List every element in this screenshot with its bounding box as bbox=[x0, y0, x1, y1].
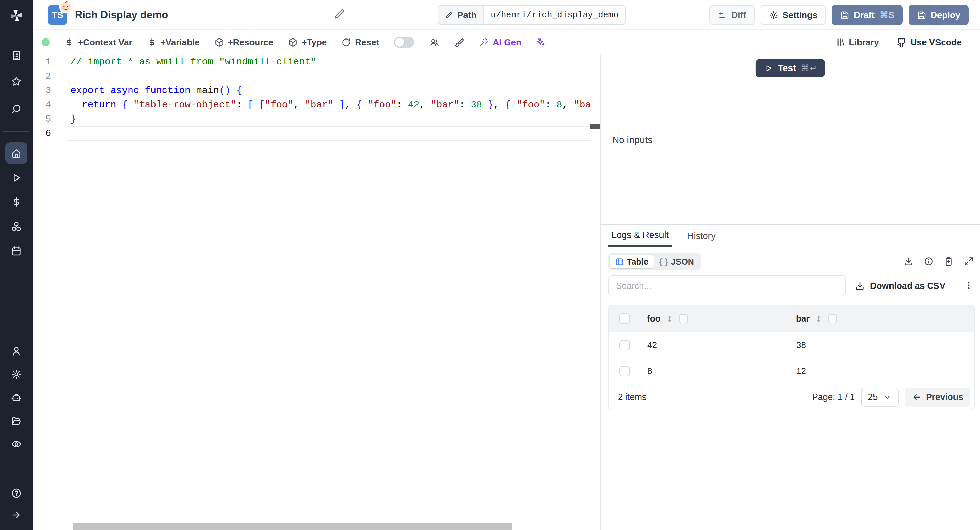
sidebar-item-settings[interactable] bbox=[5, 364, 27, 385]
search-input[interactable] bbox=[608, 275, 846, 296]
multiplayer-toggle[interactable] bbox=[394, 37, 414, 48]
sort-arrows-icon[interactable] bbox=[814, 314, 823, 323]
settings-button[interactable]: Settings bbox=[760, 5, 826, 25]
package-icon bbox=[215, 38, 224, 47]
expand-result-button[interactable] bbox=[964, 256, 974, 267]
editor-gutter: 123456 bbox=[33, 55, 51, 140]
kebab-menu-icon bbox=[964, 280, 974, 291]
reset-rotate-icon bbox=[342, 38, 351, 47]
sort-arrows-icon[interactable] bbox=[665, 314, 674, 323]
toggle-knob bbox=[395, 38, 404, 47]
use-vscode-button[interactable]: Use VScode bbox=[897, 37, 962, 48]
code-line[interactable] bbox=[70, 126, 592, 140]
row-checkbox[interactable] bbox=[619, 366, 630, 377]
package-icon bbox=[288, 38, 298, 47]
download-result-button[interactable] bbox=[904, 256, 914, 267]
sidebar-item-user[interactable] bbox=[5, 340, 27, 362]
code-line[interactable]: } bbox=[70, 112, 592, 126]
copy-result-button[interactable] bbox=[943, 256, 954, 267]
table-header-row: foo bar bbox=[609, 305, 974, 332]
previous-page-button[interactable]: Previous bbox=[905, 388, 970, 407]
code-editor[interactable]: 123456 // import * as wmill from "windmi… bbox=[33, 54, 600, 530]
path-button[interactable]: Path u/henri/rich_display_demo bbox=[438, 5, 626, 25]
no-inputs-text: No inputs bbox=[612, 134, 652, 145]
tab-history[interactable]: History bbox=[682, 225, 720, 247]
tab-history-label: History bbox=[687, 231, 716, 241]
format-code-button[interactable] bbox=[454, 37, 464, 47]
sidebar-item-favorites[interactable] bbox=[5, 70, 27, 92]
ai-gen-button[interactable]: AI Gen bbox=[479, 37, 521, 48]
view-toggle-json[interactable]: { } JSON bbox=[654, 255, 699, 268]
reset-button[interactable]: Reset bbox=[342, 37, 379, 48]
boxes-icon bbox=[11, 221, 22, 232]
windmill-logo[interactable] bbox=[5, 5, 27, 27]
result-view-row: Table { } JSON bbox=[608, 254, 974, 270]
test-shortcut: ⌘↵ bbox=[801, 63, 817, 73]
gear-icon bbox=[769, 11, 778, 20]
test-button[interactable]: Test ⌘↵ bbox=[756, 59, 825, 77]
select-all-checkbox[interactable] bbox=[619, 313, 630, 324]
multiplayer-users-button[interactable] bbox=[430, 37, 439, 47]
draft-label: Draft bbox=[854, 10, 875, 21]
tab-logs-result[interactable]: Logs & Result bbox=[608, 225, 672, 247]
robot-icon bbox=[11, 393, 22, 403]
draft-button[interactable]: Draft ⌘S bbox=[832, 5, 903, 25]
code-line[interactable]: // import * as wmill from "windmill-clie… bbox=[70, 55, 592, 69]
sidebar-item-resources[interactable] bbox=[5, 216, 27, 238]
sidebar-item-audit[interactable] bbox=[5, 433, 27, 455]
column-bar-filter-box[interactable] bbox=[828, 314, 837, 323]
sidebar-item-workers[interactable] bbox=[5, 387, 27, 409]
add-variable-label: +Variable bbox=[161, 37, 200, 48]
line-number: 5 bbox=[33, 112, 51, 126]
sidebar-item-workspace[interactable] bbox=[5, 45, 27, 66]
code-line[interactable]: export async function main() { bbox=[70, 83, 592, 98]
add-context-var-button[interactable]: +Context Var bbox=[65, 37, 132, 48]
result-table: foo bar 4238812 2 items Page: 1 / 1 25 bbox=[608, 305, 975, 410]
code-line[interactable]: return { "table-row-object": [ ["foo", "… bbox=[70, 98, 592, 112]
sidebar-item-runs[interactable] bbox=[5, 167, 27, 189]
result-actions bbox=[904, 256, 974, 267]
users-icon bbox=[430, 37, 439, 47]
folder-icon bbox=[11, 415, 22, 426]
download-csv-button[interactable]: Download as CSV bbox=[855, 281, 945, 291]
sidebar-item-schedules[interactable] bbox=[5, 240, 27, 262]
view-toggle-table[interactable]: Table bbox=[610, 255, 654, 268]
sidebar-item-search[interactable] bbox=[5, 98, 27, 120]
column-foo-filter-box[interactable] bbox=[679, 314, 688, 323]
pencil-icon bbox=[334, 8, 345, 20]
cell-bar: 12 bbox=[789, 358, 974, 384]
sidebar-expand-button[interactable] bbox=[5, 504, 27, 526]
calendar-icon bbox=[11, 246, 22, 257]
library-button[interactable]: Library bbox=[835, 37, 879, 48]
edit-title-button[interactable] bbox=[334, 8, 345, 21]
dollar-icon bbox=[11, 196, 22, 208]
run-panel: Test ⌘↵ No inputs Logs & Result History … bbox=[600, 54, 980, 530]
sidebar-item-help[interactable] bbox=[5, 482, 27, 504]
download-csv-label: Download as CSV bbox=[870, 281, 945, 291]
add-resource-button[interactable]: +Resource bbox=[215, 37, 274, 48]
table-menu-button[interactable] bbox=[964, 280, 974, 292]
horizontal-scrollbar[interactable] bbox=[73, 522, 512, 530]
page-size-select[interactable]: 25 bbox=[861, 388, 899, 407]
test-label: Test bbox=[778, 63, 796, 73]
page-label: Page: 1 / 1 bbox=[812, 392, 855, 402]
deploy-button[interactable]: Deploy bbox=[908, 5, 969, 25]
sidebar-item-variables[interactable] bbox=[5, 191, 27, 213]
row-checkbox[interactable] bbox=[619, 340, 630, 351]
ai-sparkles-button[interactable] bbox=[536, 37, 546, 47]
sparkles-icon bbox=[536, 37, 546, 47]
help-icon bbox=[11, 488, 22, 499]
braces-icon: { } bbox=[659, 257, 668, 267]
add-type-button[interactable]: +Type bbox=[288, 37, 327, 48]
code-line[interactable] bbox=[70, 69, 592, 83]
building-icon bbox=[11, 50, 22, 61]
sidebar-item-folders[interactable] bbox=[5, 410, 27, 432]
diff-button[interactable]: Diff bbox=[710, 5, 754, 25]
draft-shortcut: ⌘S bbox=[880, 10, 894, 21]
result-info-button[interactable] bbox=[924, 256, 934, 267]
clipboard-copy-icon bbox=[943, 256, 954, 267]
column-foo-label: foo bbox=[647, 313, 660, 324]
library-icon bbox=[835, 37, 845, 47]
sidebar-item-home[interactable] bbox=[5, 142, 27, 164]
add-variable-button[interactable]: +Variable bbox=[147, 37, 200, 48]
